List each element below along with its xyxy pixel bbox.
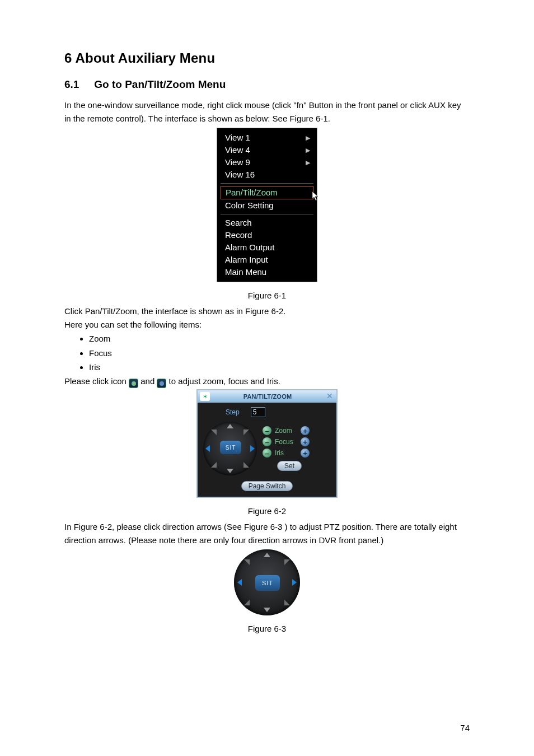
arrow-up[interactable] (227, 424, 233, 428)
arrow-down[interactable] (264, 608, 270, 612)
menu-item-color-setting[interactable]: Color Setting (217, 199, 317, 212)
dial-sit-button-large[interactable]: SIT (255, 575, 280, 591)
menu-label: View 4 (225, 144, 250, 156)
ptz-titlebar: ✶ PAN/TILT/ZOOM ✕ (198, 390, 336, 403)
menu-label: Record (225, 230, 252, 241)
menu-separator (221, 214, 313, 214)
arrow-down-left[interactable] (244, 600, 250, 605)
para-direction-arrows: In Figure 6-2, please click direction ar… (64, 520, 470, 547)
focus-plus-button[interactable]: + (301, 437, 310, 446)
context-menu-group-main: Search Record Alarm Output Alarm Input M… (217, 216, 317, 279)
ptz-title-text: PAN/TILT/ZOOM (213, 393, 322, 400)
menu-label: Alarm Output (225, 242, 274, 253)
submenu-arrow-icon: ▶ (306, 144, 310, 156)
submenu-arrow-icon: ▶ (306, 157, 310, 168)
list-item-focus: Focus (89, 346, 470, 361)
iris-minus-button[interactable]: – (263, 449, 271, 458)
menu-item-view-9[interactable]: View 9 ▶ (217, 156, 317, 169)
ptz-items-list: Zoom Focus Iris (89, 332, 470, 375)
section-number: 6.1 (64, 78, 91, 91)
direction-dial: SIT (203, 422, 257, 475)
text-prefix: Please click icon (64, 376, 129, 386)
direction-dial-large: SIT (234, 549, 300, 615)
iris-row: – Iris + (263, 449, 331, 458)
arrow-right[interactable] (250, 445, 255, 452)
page-number: 74 (460, 723, 470, 732)
ptz-body: Step 5 SIT – Zoom + (198, 403, 336, 497)
heading-go-to-ptz: 6.1 Go to Pan/Tilt/Zoom Menu (64, 78, 470, 91)
focus-minus-button[interactable]: – (263, 437, 271, 446)
arrow-down-right[interactable] (284, 600, 290, 605)
para-set-items: Here you can set the following items: (64, 318, 470, 332)
menu-label: Search (225, 217, 252, 228)
arrow-down-right[interactable] (243, 462, 249, 468)
iris-plus-button[interactable]: + (301, 449, 310, 458)
set-button[interactable]: Set (277, 461, 302, 471)
dial-sit-button[interactable]: SIT (220, 441, 241, 454)
arrow-up-left[interactable] (211, 430, 217, 435)
zoom-minus-button[interactable]: – (263, 426, 271, 435)
heading-about-auxiliary-menu: 6 About Auxiliary Menu (64, 50, 470, 66)
figure-6-3-caption: Figure 6-3 (64, 622, 470, 636)
menu-item-view-1[interactable]: View 1 ▶ (217, 132, 317, 144)
text-suffix: to adjust zoom, focus and Iris. (169, 376, 280, 386)
arrow-up-left[interactable] (244, 559, 250, 565)
arrow-down-left[interactable] (211, 462, 217, 468)
context-menu: View 1 ▶ View 4 ▶ View 9 ▶ View 16 Pan/T… (217, 128, 317, 282)
section-title: Go to Pan/Tilt/Zoom Menu (94, 78, 226, 90)
ptz-controls: – Zoom + – Focus + – Iris + Set (263, 426, 331, 471)
text-mid: and (140, 376, 157, 386)
menu-label: Pan/Tilt/Zoom (226, 187, 278, 198)
figure-6-2-caption: Figure 6-2 (64, 505, 470, 518)
submenu-arrow-icon: ▶ (306, 132, 310, 143)
set-row: Set (263, 461, 331, 471)
direction-dial-large-wrap: SIT (233, 549, 301, 615)
para-click-ptz: Click Pan/Tilt/Zoom, the interface is sh… (64, 305, 470, 318)
zoom-label: Zoom (275, 427, 297, 435)
page-switch-button[interactable]: Page Switch (241, 481, 293, 491)
list-item-iris: Iris (89, 360, 470, 375)
menu-item-main-menu[interactable]: Main Menu (217, 266, 317, 278)
plus-icon (157, 379, 166, 388)
menu-item-pan-tilt-zoom[interactable]: Pan/Tilt/Zoom (221, 186, 313, 199)
menu-label: View 9 (225, 157, 250, 168)
arrow-down[interactable] (227, 469, 233, 473)
zoom-plus-button[interactable]: + (301, 426, 310, 435)
context-menu-group-views: View 1 ▶ View 4 ▶ View 9 ▶ View 16 (217, 130, 317, 182)
context-menu-group-ptz: Pan/Tilt/Zoom Color Setting (217, 185, 317, 213)
para-click-icon: Please click icon and to adjust zoom, fo… (64, 375, 470, 389)
menu-label: View 1 (225, 132, 250, 143)
focus-label: Focus (275, 438, 297, 446)
arrow-up[interactable] (264, 553, 270, 557)
menu-label: Alarm Input (225, 254, 268, 265)
focus-row: – Focus + (263, 437, 331, 446)
page-switch-row: Page Switch (203, 475, 331, 491)
app-badge-icon: ✶ (200, 392, 210, 401)
ptz-step-row: Step 5 (203, 406, 331, 422)
list-item-zoom: Zoom (89, 332, 470, 346)
arrow-right[interactable] (292, 579, 297, 586)
menu-item-search[interactable]: Search (217, 217, 317, 229)
menu-item-view-16[interactable]: View 16 (217, 169, 317, 181)
menu-label: View 16 (225, 169, 255, 180)
ptz-panel: ✶ PAN/TILT/ZOOM ✕ Step 5 SIT – (196, 389, 338, 498)
figure-6-1-caption: Figure 6-1 (64, 289, 470, 302)
arrow-left[interactable] (237, 579, 242, 586)
iris-label: Iris (275, 449, 297, 457)
menu-item-record[interactable]: Record (217, 229, 317, 241)
menu-label: Main Menu (225, 267, 266, 278)
menu-item-alarm-output[interactable]: Alarm Output (217, 241, 317, 254)
menu-item-view-4[interactable]: View 4 ▶ (217, 144, 317, 156)
step-label: Step (226, 408, 240, 416)
arrow-up-right[interactable] (284, 559, 290, 565)
arrow-left[interactable] (205, 445, 210, 452)
step-input[interactable]: 5 (251, 407, 265, 417)
para-intro: In the one-window surveillance mode, rig… (64, 99, 470, 125)
menu-separator (221, 183, 313, 184)
arrow-up-right[interactable] (243, 430, 249, 435)
menu-item-alarm-input[interactable]: Alarm Input (217, 254, 317, 266)
menu-label: Color Setting (225, 200, 274, 211)
minus-icon (129, 379, 138, 388)
close-icon[interactable]: ✕ (325, 392, 334, 401)
zoom-row: – Zoom + (263, 426, 331, 435)
